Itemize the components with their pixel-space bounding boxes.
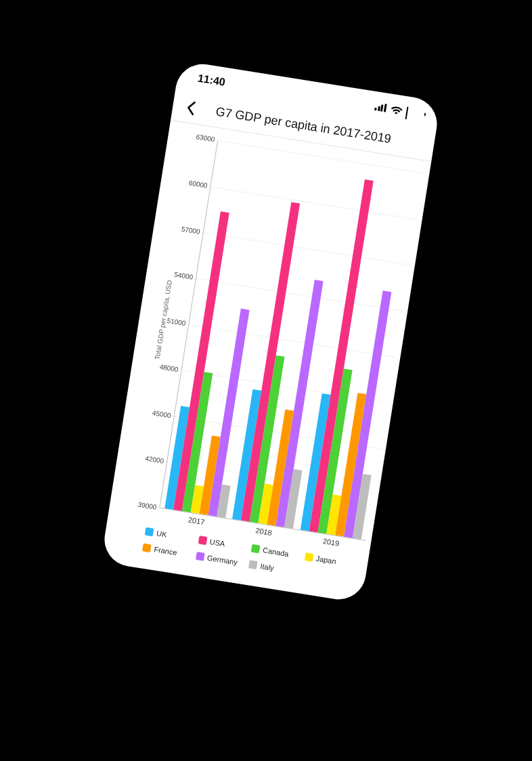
legend-label: Italy [260,562,275,572]
legend-item-japan[interactable]: Japan [303,549,356,572]
bar-germany[interactable] [344,290,391,538]
legend-label: France [154,545,178,557]
phone-frame: 11:40 G7 GDP pe [101,60,441,603]
cellular-signal-icon [374,102,388,112]
legend-swatch [248,560,258,569]
battery-icon [405,107,424,118]
legend-swatch [304,552,313,562]
legend-swatch [142,543,152,552]
legend-swatch [145,527,154,537]
y-tick: 51000 [167,321,185,324]
legend-label: Canada [263,546,290,558]
chart-container: Total GDP per capita, USD 63000600005700… [101,121,431,603]
legend-label: UK [156,529,167,538]
y-tick: 42000 [145,459,163,462]
y-tick: 39000 [138,504,156,507]
clock: 11:40 [197,72,226,89]
y-tick: 54000 [174,275,192,278]
legend-label: USA [209,538,225,548]
status-indicators [374,102,424,118]
legend-swatch [195,552,204,561]
back-button[interactable] [179,96,202,119]
legend-swatch [251,544,261,554]
wifi-icon [391,105,403,115]
y-tick: 57000 [181,229,200,232]
legend-label: Germany [206,554,238,567]
y-tick: 60000 [189,183,207,186]
legend-label: Japan [315,555,336,566]
legend-swatch [198,536,207,545]
y-tick: 45000 [152,413,171,416]
y-tick: 63000 [196,137,215,139]
y-tick: 48000 [160,367,178,370]
